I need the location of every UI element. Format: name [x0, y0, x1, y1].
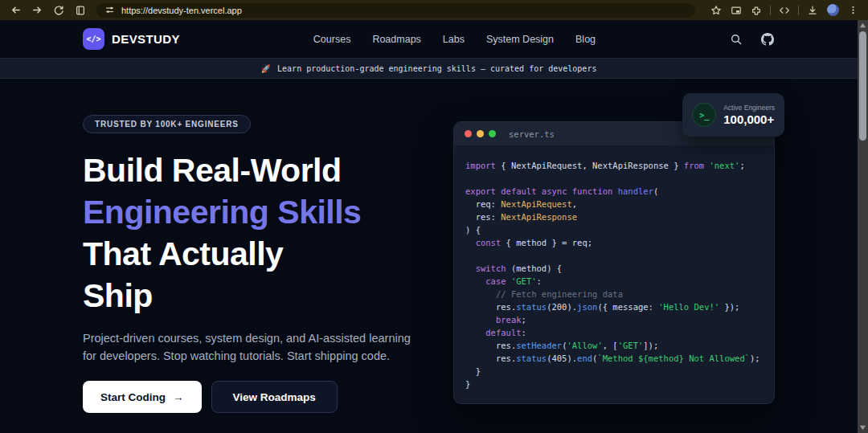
- menu-kebab-icon[interactable]: [844, 2, 862, 18]
- code-content: import { NextApiRequest, NextApiResponse…: [454, 145, 774, 403]
- nav-links: CoursesRoadmapsLabsSystem DesignBlog: [180, 34, 729, 45]
- code-line: res: NextApiResponse: [465, 210, 763, 223]
- devstudy-logo-icon[interactable]: </>: [83, 28, 104, 50]
- page-content: </> DEVSTUDY CoursesRoadmapsLabsSystem D…: [0, 20, 858, 433]
- nav-container: </> DEVSTUDY CoursesRoadmapsLabsSystem D…: [73, 28, 784, 50]
- cta-row: Start Coding→ View Roadmaps: [83, 381, 453, 413]
- url-text: https://devstudy-ten.vercel.app: [121, 6, 242, 15]
- github-icon[interactable]: [760, 31, 775, 47]
- code-line: ) {: [465, 223, 763, 236]
- nav-link-labs[interactable]: Labs: [443, 34, 465, 45]
- toolbar-divider: [770, 6, 771, 15]
- trust-badge: TRUSTED BY 100K+ ENGINEERS: [83, 115, 251, 133]
- nav-link-blog[interactable]: Blog: [575, 34, 596, 45]
- back-icon[interactable]: [6, 2, 24, 18]
- rocket-emoji-icon: 🚀: [261, 64, 271, 73]
- code-line: switch (method) {: [465, 262, 763, 275]
- hero-heading: Build Real-WorldEngineering SkillsThat A…: [83, 149, 453, 317]
- devtools-code-icon[interactable]: [776, 2, 793, 18]
- hero-visual: >_ Active Engineers 100,000+ server.ts i…: [453, 115, 775, 413]
- scrollbar-thumb[interactable]: [859, 31, 866, 141]
- code-line: break;: [465, 313, 763, 326]
- browser-toolbar: https://devstudy-ten.vercel.app: [0, 0, 868, 20]
- search-icon[interactable]: [729, 31, 743, 47]
- active-engineers-card: >_ Active Engineers 100,000+: [682, 93, 784, 137]
- window-close-dot[interactable]: [465, 130, 472, 137]
- banner-text: Learn production-grade engineering skill…: [277, 64, 596, 73]
- heading-line: Ship: [83, 275, 453, 317]
- view-roadmaps-button[interactable]: View Roadmaps: [211, 381, 338, 413]
- reading-list-icon[interactable]: [72, 2, 89, 18]
- code-line: [465, 249, 763, 262]
- heading-line: Build Real-World: [83, 149, 453, 191]
- window-minimize-dot[interactable]: [477, 130, 484, 137]
- nav-link-roadmaps[interactable]: Roadmaps: [372, 34, 420, 45]
- arrow-right-icon: →: [173, 391, 184, 403]
- heading-line: Engineering Skills: [83, 191, 453, 233]
- toolbar-divider: [798, 6, 799, 15]
- stat-label: Active Engineers: [723, 104, 775, 112]
- hero-section: TRUSTED BY 100K+ ENGINEERS Build Real-Wo…: [73, 115, 784, 413]
- code-line: case 'GET':: [465, 275, 763, 288]
- start-coding-button[interactable]: Start Coding→: [83, 381, 202, 413]
- window-maximize-dot[interactable]: [489, 130, 496, 137]
- hero-copy: TRUSTED BY 100K+ ENGINEERS Build Real-Wo…: [83, 115, 453, 413]
- stat-value: 100,000+: [723, 112, 775, 126]
- code-line: const { method } = req;: [465, 236, 763, 249]
- nav-link-system-design[interactable]: System Design: [486, 34, 554, 45]
- editor-filename: server.ts: [509, 129, 555, 139]
- site-header: </> DEVSTUDY CoursesRoadmapsLabsSystem D…: [0, 20, 858, 58]
- download-icon[interactable]: [804, 2, 821, 18]
- code-line: // Fetch engineering data: [465, 288, 763, 300]
- code-line: }: [465, 378, 763, 390]
- scroll-up-arrow[interactable]: [858, 20, 868, 31]
- tune-icon[interactable]: [104, 2, 115, 18]
- bookmark-star-icon[interactable]: [707, 2, 725, 18]
- code-line: export default async function handler(: [465, 185, 763, 198]
- nav-actions: [729, 31, 775, 47]
- stat-texts: Active Engineers 100,000+: [723, 104, 775, 126]
- code-line: }: [465, 365, 763, 378]
- page-scrollbar[interactable]: [858, 20, 868, 433]
- code-editor-window: server.ts import { NextApiRequest, NextA…: [453, 121, 775, 404]
- terminal-prompt-icon: >_: [692, 103, 716, 127]
- forward-icon[interactable]: [28, 2, 46, 18]
- code-line: res.status(405).end(`Method ${method} No…: [465, 352, 763, 365]
- code-line: res.status(200).json({ message: 'Hello D…: [465, 300, 763, 313]
- announcement-banner: 🚀 Learn production-grade engineering ski…: [0, 58, 858, 79]
- nav-link-courses[interactable]: Courses: [313, 34, 351, 45]
- extensions-icon[interactable]: [747, 2, 765, 18]
- code-line: res.setHeader('Allow', ['GET']);: [465, 339, 763, 352]
- profile-avatar[interactable]: [824, 2, 841, 18]
- hero-description: Project-driven courses, system design, a…: [83, 330, 412, 365]
- toolbar-actions: [707, 2, 862, 18]
- scroll-down-arrow[interactable]: [858, 423, 868, 433]
- reload-icon[interactable]: [50, 2, 68, 18]
- address-bar[interactable]: https://devstudy-ten.vercel.app: [96, 3, 695, 18]
- code-line: [465, 172, 763, 185]
- picture-in-picture-icon[interactable]: [727, 2, 745, 18]
- heading-line: That Actually: [83, 233, 453, 275]
- code-line: default:: [465, 326, 763, 339]
- code-line: req: NextApiRequest,: [465, 198, 763, 210]
- code-line: import { NextApiRequest, NextApiResponse…: [465, 159, 763, 172]
- brand-name[interactable]: DEVSTUDY: [112, 32, 180, 46]
